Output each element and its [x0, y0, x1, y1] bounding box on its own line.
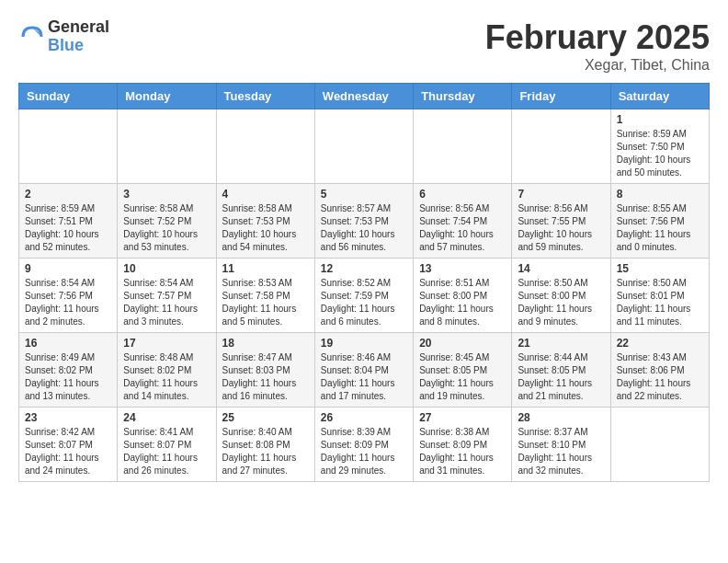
day-info: Sunrise: 8:45 AM Sunset: 8:05 PM Dayligh… — [419, 351, 506, 403]
day-cell: 1Sunrise: 8:59 AM Sunset: 7:50 PM Daylig… — [610, 109, 709, 184]
logo-text: General Blue — [48, 18, 109, 55]
week-row: 1Sunrise: 8:59 AM Sunset: 7:50 PM Daylig… — [19, 109, 710, 184]
day-cell: 13Sunrise: 8:51 AM Sunset: 8:00 PM Dayli… — [414, 259, 512, 333]
day-info: Sunrise: 8:47 AM Sunset: 8:03 PM Dayligh… — [222, 351, 309, 403]
day-number: 13 — [419, 262, 506, 275]
week-row: 9Sunrise: 8:54 AM Sunset: 7:56 PM Daylig… — [19, 259, 710, 333]
day-number: 22 — [617, 337, 703, 350]
day-info: Sunrise: 8:48 AM Sunset: 8:02 PM Dayligh… — [123, 351, 210, 403]
day-number: 3 — [123, 188, 210, 201]
day-cell: 27Sunrise: 8:38 AM Sunset: 8:09 PM Dayli… — [414, 408, 512, 482]
day-info: Sunrise: 8:57 AM Sunset: 7:53 PM Dayligh… — [321, 202, 407, 254]
day-number: 18 — [222, 337, 309, 350]
logo-icon — [18, 23, 46, 51]
day-cell — [610, 408, 709, 482]
weekday-header-saturday: Saturday — [610, 84, 709, 109]
day-cell: 28Sunrise: 8:37 AM Sunset: 8:10 PM Dayli… — [512, 408, 610, 482]
weekday-header-thursday: Thursday — [414, 84, 512, 109]
day-cell: 22Sunrise: 8:43 AM Sunset: 8:06 PM Dayli… — [610, 333, 709, 408]
day-number: 17 — [123, 337, 210, 350]
day-cell: 20Sunrise: 8:45 AM Sunset: 8:05 PM Dayli… — [414, 333, 512, 408]
week-row: 16Sunrise: 8:49 AM Sunset: 8:02 PM Dayli… — [19, 333, 710, 408]
day-info: Sunrise: 8:50 AM Sunset: 8:01 PM Dayligh… — [617, 277, 703, 328]
day-cell: 4Sunrise: 8:58 AM Sunset: 7:53 PM Daylig… — [216, 184, 314, 259]
day-cell: 17Sunrise: 8:48 AM Sunset: 8:02 PM Dayli… — [118, 333, 216, 408]
day-cell: 5Sunrise: 8:57 AM Sunset: 7:53 PM Daylig… — [314, 184, 413, 259]
day-cell: 11Sunrise: 8:53 AM Sunset: 7:58 PM Dayli… — [216, 259, 314, 333]
day-number: 26 — [321, 411, 407, 424]
calendar-header: SundayMondayTuesdayWednesdayThursdayFrid… — [19, 84, 710, 109]
weekday-header-monday: Monday — [118, 84, 216, 109]
logo-general: General — [48, 18, 109, 37]
day-number: 19 — [321, 337, 407, 350]
day-number: 9 — [25, 262, 111, 275]
day-info: Sunrise: 8:59 AM Sunset: 7:50 PM Dayligh… — [617, 128, 703, 179]
day-cell: 24Sunrise: 8:41 AM Sunset: 8:07 PM Dayli… — [118, 408, 216, 482]
day-number: 15 — [617, 262, 703, 275]
day-cell — [414, 109, 512, 184]
day-number: 11 — [222, 262, 309, 275]
day-cell: 16Sunrise: 8:49 AM Sunset: 8:02 PM Dayli… — [19, 333, 118, 408]
day-info: Sunrise: 8:39 AM Sunset: 8:09 PM Dayligh… — [321, 426, 407, 477]
weekday-row: SundayMondayTuesdayWednesdayThursdayFrid… — [19, 84, 710, 109]
day-cell: 7Sunrise: 8:56 AM Sunset: 7:55 PM Daylig… — [512, 184, 610, 259]
weekday-header-wednesday: Wednesday — [314, 84, 413, 109]
day-info: Sunrise: 8:58 AM Sunset: 7:53 PM Dayligh… — [222, 202, 309, 254]
day-info: Sunrise: 8:49 AM Sunset: 8:02 PM Dayligh… — [25, 351, 111, 403]
page-header: General Blue February 2025 Xegar, Tibet,… — [18, 18, 710, 74]
day-cell: 6Sunrise: 8:56 AM Sunset: 7:54 PM Daylig… — [414, 184, 512, 259]
day-cell: 3Sunrise: 8:58 AM Sunset: 7:52 PM Daylig… — [118, 184, 216, 259]
day-cell — [118, 109, 216, 184]
logo-blue: Blue — [48, 37, 109, 55]
day-cell: 26Sunrise: 8:39 AM Sunset: 8:09 PM Dayli… — [314, 408, 413, 482]
day-cell: 9Sunrise: 8:54 AM Sunset: 7:56 PM Daylig… — [19, 259, 118, 333]
day-info: Sunrise: 8:58 AM Sunset: 7:52 PM Dayligh… — [123, 202, 210, 254]
day-info: Sunrise: 8:54 AM Sunset: 7:57 PM Dayligh… — [123, 277, 210, 328]
day-info: Sunrise: 8:52 AM Sunset: 7:59 PM Dayligh… — [321, 277, 407, 328]
day-info: Sunrise: 8:53 AM Sunset: 7:58 PM Dayligh… — [222, 277, 309, 328]
day-info: Sunrise: 8:46 AM Sunset: 8:04 PM Dayligh… — [321, 351, 407, 403]
weekday-header-sunday: Sunday — [19, 84, 118, 109]
day-number: 24 — [123, 411, 210, 424]
logo: General Blue — [18, 18, 109, 55]
day-cell: 14Sunrise: 8:50 AM Sunset: 8:00 PM Dayli… — [512, 259, 610, 333]
day-cell: 21Sunrise: 8:44 AM Sunset: 8:05 PM Dayli… — [512, 333, 610, 408]
week-row: 2Sunrise: 8:59 AM Sunset: 7:51 PM Daylig… — [19, 184, 710, 259]
day-cell: 23Sunrise: 8:42 AM Sunset: 8:07 PM Dayli… — [19, 408, 118, 482]
day-cell: 10Sunrise: 8:54 AM Sunset: 7:57 PM Dayli… — [118, 259, 216, 333]
day-cell — [512, 109, 610, 184]
day-number: 5 — [321, 188, 407, 201]
day-number: 6 — [419, 188, 506, 201]
weekday-header-friday: Friday — [512, 84, 610, 109]
day-number: 25 — [222, 411, 309, 424]
calendar-body: 1Sunrise: 8:59 AM Sunset: 7:50 PM Daylig… — [19, 109, 710, 482]
weekday-header-tuesday: Tuesday — [216, 84, 314, 109]
day-info: Sunrise: 8:56 AM Sunset: 7:54 PM Dayligh… — [419, 202, 506, 254]
calendar: SundayMondayTuesdayWednesdayThursdayFrid… — [18, 83, 710, 482]
day-cell: 18Sunrise: 8:47 AM Sunset: 8:03 PM Dayli… — [216, 333, 314, 408]
day-info: Sunrise: 8:55 AM Sunset: 7:56 PM Dayligh… — [617, 202, 703, 254]
day-info: Sunrise: 8:43 AM Sunset: 8:06 PM Dayligh… — [617, 351, 703, 403]
day-number: 2 — [25, 188, 111, 201]
day-number: 1 — [617, 113, 703, 126]
day-info: Sunrise: 8:59 AM Sunset: 7:51 PM Dayligh… — [25, 202, 111, 254]
day-cell: 2Sunrise: 8:59 AM Sunset: 7:51 PM Daylig… — [19, 184, 118, 259]
day-number: 23 — [25, 411, 111, 424]
day-cell — [216, 109, 314, 184]
day-info: Sunrise: 8:42 AM Sunset: 8:07 PM Dayligh… — [25, 426, 111, 477]
title-block: February 2025 Xegar, Tibet, China — [485, 18, 710, 74]
day-cell — [314, 109, 413, 184]
day-number: 16 — [25, 337, 111, 350]
day-number: 10 — [123, 262, 210, 275]
day-info: Sunrise: 8:51 AM Sunset: 8:00 PM Dayligh… — [419, 277, 506, 328]
day-cell — [19, 109, 118, 184]
day-info: Sunrise: 8:54 AM Sunset: 7:56 PM Dayligh… — [25, 277, 111, 328]
month-title: February 2025 — [485, 18, 710, 57]
day-number: 20 — [419, 337, 506, 350]
day-number: 8 — [617, 188, 703, 201]
day-number: 7 — [518, 188, 604, 201]
week-row: 23Sunrise: 8:42 AM Sunset: 8:07 PM Dayli… — [19, 408, 710, 482]
day-info: Sunrise: 8:40 AM Sunset: 8:08 PM Dayligh… — [222, 426, 309, 477]
day-info: Sunrise: 8:37 AM Sunset: 8:10 PM Dayligh… — [518, 426, 604, 477]
day-cell: 19Sunrise: 8:46 AM Sunset: 8:04 PM Dayli… — [314, 333, 413, 408]
